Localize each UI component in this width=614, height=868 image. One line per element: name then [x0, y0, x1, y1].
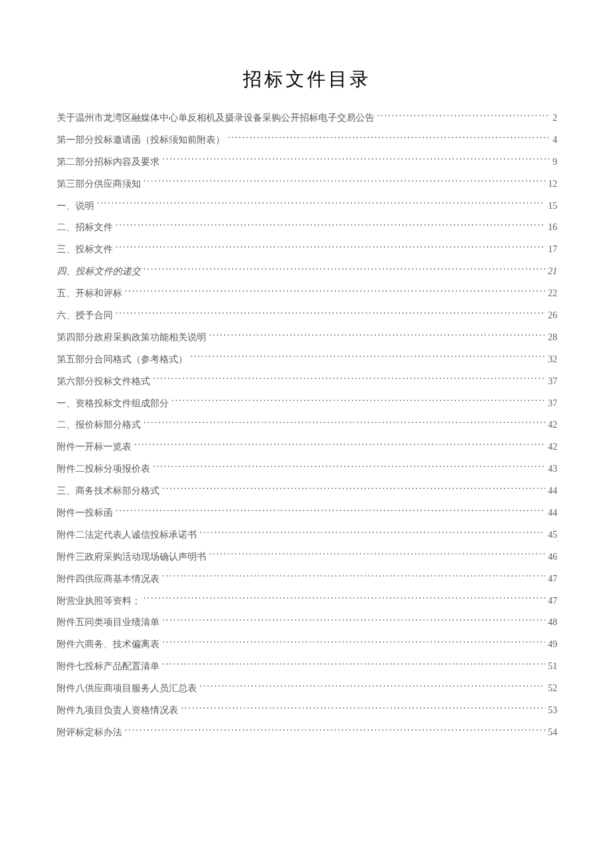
toc-entry[interactable]: 第五部分合同格式（参考格式）32: [57, 352, 557, 367]
toc-entry[interactable]: 四、投标文件的递交21: [57, 264, 557, 279]
toc-entry[interactable]: 附件六商务、技术偏离表49: [57, 637, 557, 652]
toc-entry[interactable]: 第一部分投标邀请函（投标须知前附表）4: [57, 133, 557, 147]
toc-entry-label: 第一部分投标邀请函（投标须知前附表）: [57, 133, 225, 147]
toc-entry-label: 附件九项目负责人资格情况表: [57, 703, 178, 718]
toc-leader-dots: [228, 133, 550, 143]
toc-entry[interactable]: 一、说明15: [57, 199, 557, 213]
page-title: 招标文件目录: [57, 67, 557, 92]
toc-entry-page: 51: [548, 659, 557, 674]
toc-entry-label: 三、投标文件: [57, 242, 113, 257]
toc-entry[interactable]: 第四部分政府采购政策功能相关说明28: [57, 330, 557, 345]
toc-entry-label: 附营业执照等资料；: [57, 594, 141, 608]
toc-entry-label: 附件二法定代表人诚信投标承诺书: [57, 528, 197, 542]
toc-entry-page: 21: [548, 264, 557, 279]
toc-entry[interactable]: 第二部分招标内容及要求9: [57, 155, 557, 169]
toc-entry-label: 关于温州市龙湾区融媒体中心单反相机及摄录设备采购公开招标电子交易公告: [57, 111, 374, 125]
toc-entry-page: 46: [548, 550, 557, 564]
toc-leader-dots: [115, 506, 545, 516]
toc-entry-page: 15: [548, 199, 557, 213]
toc-leader-dots: [209, 550, 545, 560]
toc-entry-page: 16: [548, 220, 557, 235]
toc-entry-label: 第五部分合同格式（参考格式）: [57, 352, 188, 367]
toc-leader-dots: [143, 594, 545, 604]
toc-entry-label: 六、授予合同: [57, 308, 113, 323]
toc-entry[interactable]: 五、开标和评标22: [57, 286, 557, 301]
toc-entry-page: 42: [548, 418, 557, 432]
toc-entry[interactable]: 二、报价标部分格式42: [57, 418, 557, 432]
toc-entry[interactable]: 附件四供应商基本情况表47: [57, 572, 557, 586]
toc-entry-label: 附件七投标产品配置清单: [57, 659, 160, 674]
toc-entry-label: 附件一开标一览表: [57, 440, 131, 454]
toc-entry[interactable]: 附件一投标函44: [57, 506, 557, 520]
toc-entry[interactable]: 附件一开标一览表42: [57, 440, 557, 454]
toc-leader-dots: [115, 221, 545, 230]
toc-leader-dots: [162, 638, 545, 647]
toc-entry[interactable]: 一、资格投标文件组成部分37: [57, 396, 557, 411]
toc-entry-page: 2: [553, 111, 557, 125]
toc-leader-dots: [200, 682, 545, 691]
toc-leader-dots: [162, 660, 545, 669]
toc-entry-label: 附件六商务、技术偏离表: [57, 637, 160, 652]
toc-leader-dots: [172, 397, 545, 406]
toc-entry[interactable]: 附件九项目负责人资格情况表53: [57, 703, 557, 718]
toc-entry-label: 附件四供应商基本情况表: [57, 572, 160, 586]
toc-entry-page: 37: [548, 374, 557, 389]
toc-entry-label: 附件二投标分项报价表: [57, 462, 150, 476]
toc-entry-page: 37: [548, 396, 557, 411]
toc-entry-page: 54: [548, 725, 557, 740]
toc-entry[interactable]: 三、投标文件17: [57, 242, 557, 257]
toc-entry[interactable]: 附件七投标产品配置清单51: [57, 659, 557, 674]
table-of-contents: 关于温州市龙湾区融媒体中心单反相机及摄录设备采购公开招标电子交易公告2第一部分投…: [57, 111, 557, 740]
toc-entry-page: 44: [548, 484, 557, 498]
toc-entry-page: 28: [548, 330, 557, 345]
toc-leader-dots: [200, 528, 545, 538]
toc-entry-label: 第六部分投标文件格式: [57, 374, 150, 389]
toc-entry-label: 第四部分政府采购政策功能相关说明: [57, 330, 206, 345]
toc-entry-label: 附件三政府采购活动现场确认声明书: [57, 550, 206, 564]
toc-entry-page: 43: [548, 462, 557, 476]
toc-entry[interactable]: 附件五同类项目业绩清单48: [57, 615, 557, 630]
toc-entry-label: 五、开标和评标: [57, 286, 122, 301]
toc-entry[interactable]: 关于温州市龙湾区融媒体中心单反相机及摄录设备采购公开招标电子交易公告2: [57, 111, 557, 125]
toc-entry-label: 二、报价标部分格式: [57, 418, 141, 432]
toc-entry[interactable]: 第三部分供应商须知12: [57, 177, 557, 191]
toc-entry-page: 53: [548, 703, 557, 718]
toc-entry-label: 一、说明: [57, 199, 94, 213]
toc-entry-label: 一、资格投标文件组成部分: [57, 396, 169, 411]
toc-entry[interactable]: 二、招标文件16: [57, 220, 557, 235]
toc-leader-dots: [125, 726, 545, 735]
toc-entry[interactable]: 第六部分投标文件格式37: [57, 374, 557, 389]
toc-entry-page: 44: [548, 506, 557, 520]
toc-leader-dots: [153, 375, 545, 384]
toc-entry[interactable]: 六、授予合同26: [57, 308, 557, 323]
toc-leader-dots: [143, 177, 545, 187]
toc-entry[interactable]: 附件三政府采购活动现场确认声明书46: [57, 550, 557, 564]
toc-leader-dots: [115, 243, 545, 252]
toc-entry[interactable]: 附营业执照等资料；47: [57, 594, 557, 608]
toc-entry-page: 4: [553, 133, 557, 147]
toc-entry-page: 12: [548, 177, 557, 191]
toc-entry-page: 49: [548, 637, 557, 652]
toc-entry[interactable]: 附评标定标办法54: [57, 725, 557, 740]
toc-entry[interactable]: 三、商务技术标部分格式44: [57, 484, 557, 498]
toc-entry-page: 52: [548, 681, 557, 696]
toc-leader-dots: [181, 704, 545, 713]
toc-leader-dots: [143, 265, 545, 274]
toc-entry-page: 9: [553, 155, 557, 169]
toc-leader-dots: [162, 484, 545, 494]
toc-entry-label: 附件一投标函: [57, 506, 113, 520]
toc-leader-dots: [143, 418, 545, 428]
toc-entry[interactable]: 附件二法定代表人诚信投标承诺书45: [57, 528, 557, 542]
toc-leader-dots: [153, 462, 545, 472]
toc-entry-label: 附件八供应商项目服务人员汇总表: [57, 681, 197, 696]
toc-entry-label: 三、商务技术标部分格式: [57, 484, 160, 498]
toc-entry-label: 附评标定标办法: [57, 725, 122, 740]
toc-leader-dots: [134, 440, 545, 450]
toc-entry-label: 附件五同类项目业绩清单: [57, 615, 160, 630]
toc-entry-page: 45: [548, 528, 557, 542]
toc-entry[interactable]: 附件二投标分项报价表43: [57, 462, 557, 476]
toc-entry-label: 第二部分招标内容及要求: [57, 155, 160, 169]
toc-entry[interactable]: 附件八供应商项目服务人员汇总表52: [57, 681, 557, 696]
toc-entry-label: 第三部分供应商须知: [57, 177, 141, 191]
toc-entry-label: 四、投标文件的递交: [57, 264, 141, 279]
